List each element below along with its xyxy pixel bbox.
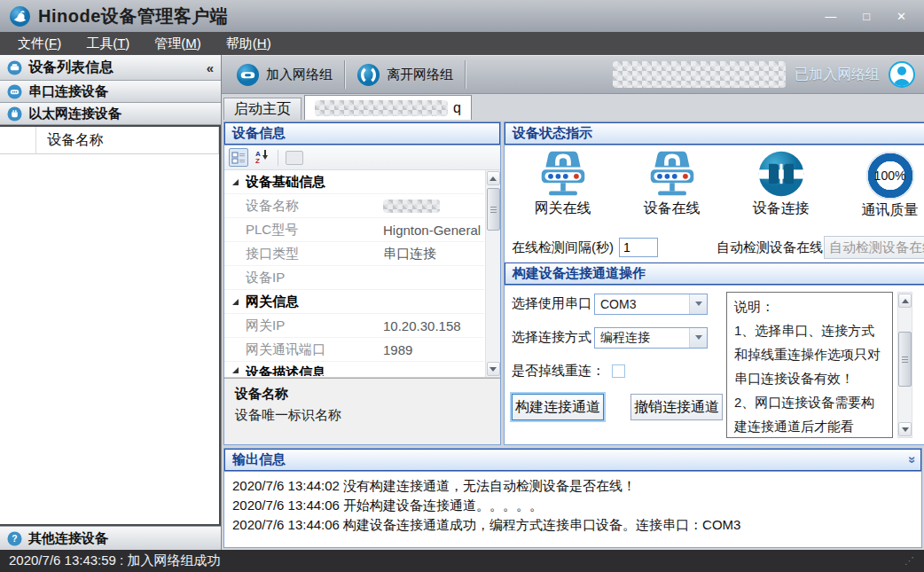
auto-detect-button[interactable]: 自动检测设备在线: [824, 236, 924, 259]
property-row[interactable]: 设备IP: [224, 266, 484, 290]
ethernet-icon: [7, 106, 22, 121]
device-table-body[interactable]: [0, 154, 219, 524]
sidebar-header[interactable]: 设备列表信息 «: [0, 55, 221, 81]
resize-grip[interactable]: ⋰: [904, 555, 915, 567]
scroll-thumb[interactable]: [898, 332, 912, 387]
property-grid: 设备基础信息 设备名称 PL: [224, 170, 500, 378]
selector-column-header[interactable]: [0, 127, 36, 153]
property-row[interactable]: 设备名称: [224, 194, 484, 218]
sort-alphabetical-button[interactable]: AZ: [252, 148, 271, 167]
property-description-title: 设备名称: [235, 386, 489, 403]
redacted-tab-title: [315, 100, 448, 116]
property-description-text: 设备唯一标识名称: [235, 407, 489, 424]
maximize-button[interactable]: □: [863, 11, 870, 22]
property-row[interactable]: 网关通讯端口 1989: [224, 338, 484, 362]
device-status-header: 设备状态指示: [505, 122, 924, 145]
category-expander: [224, 266, 246, 289]
sidebar-item-serial-devices[interactable]: 串口连接设备: [0, 81, 221, 103]
sidebar-item-other-devices[interactable]: ? 其他连接设备: [0, 526, 221, 550]
sidebar-item-label: 以太网连接设备: [28, 106, 121, 122]
property-row[interactable]: 网关信息: [224, 290, 484, 314]
output-log: 2020/7/6 13:44:02 没有构建连接通道，无法自动检测设备是否在线！…: [224, 472, 921, 547]
category-expander: [224, 194, 246, 217]
close-button[interactable]: ✕: [897, 11, 906, 22]
channel-panel-header: 构建设备连接通道操作: [505, 262, 924, 286]
online-detect-row: 在线检测间隔(秒) 自动检测设备在线 自动检测设备在线: [505, 232, 924, 262]
sidebar-item-label: 其他连接设备: [28, 530, 108, 547]
property-row[interactable]: 设备基础信息: [224, 170, 484, 194]
mode-select-label: 选择连接方式: [512, 329, 591, 346]
sidebar-item-ethernet-devices[interactable]: 以太网连接设备: [0, 103, 221, 125]
scroll-down-button[interactable]: [898, 422, 912, 436]
user-avatar[interactable]: [889, 61, 915, 88]
device-name-column-header[interactable]: 设备名称: [36, 127, 219, 153]
comm-quality-gauge: 100%: [865, 151, 915, 200]
destroy-channel-button[interactable]: 撤销连接通道: [630, 394, 723, 420]
leave-network-icon: [356, 63, 380, 87]
scroll-up-button[interactable]: [898, 294, 912, 308]
instructions-scrollbar[interactable]: [897, 292, 912, 438]
dropdown-arrow-icon[interactable]: [689, 294, 707, 314]
menu-item[interactable]: 文件(F): [5, 33, 74, 55]
scroll-up-button[interactable]: [487, 171, 500, 185]
app-title: Hinode设备管理客户端: [38, 4, 228, 28]
build-channel-button[interactable]: 构建连接通道: [512, 394, 604, 420]
connect-mode-combobox[interactable]: 编程连接: [594, 327, 708, 349]
collapse-output-icon[interactable]: «: [903, 456, 916, 463]
question-icon: ?: [7, 531, 22, 546]
status-bar-text: 2020/7/6 13:43:59 : 加入网络组成功: [9, 552, 220, 569]
reconnect-label: 是否掉线重连：: [512, 363, 605, 380]
property-grid-toolbar: AZ: [224, 145, 500, 170]
channel-panel-body: 选择使用串口 COM3 选择连接方式 编程连接: [505, 286, 924, 444]
leave-network-button[interactable]: 离开网络组: [348, 60, 462, 90]
network-status-text: 已加入网络组: [795, 66, 880, 84]
menu-item[interactable]: 工具(T): [74, 33, 142, 55]
gateway-online-icon: [537, 149, 589, 199]
comm-quality-indicator: 100% 通讯质量: [835, 149, 924, 232]
tab-bar: 启动主页 q: [222, 94, 924, 120]
category-expander: [224, 290, 246, 313]
menu-item[interactable]: 管理(M): [142, 33, 214, 55]
device-online-icon: [646, 149, 698, 199]
categorize-button[interactable]: [229, 148, 248, 167]
main-area: 加入网络组 离开网络组 已加入网络组: [222, 55, 924, 550]
interval-label: 在线检测间隔(秒): [512, 239, 619, 256]
property-row[interactable]: 网关IP 10.20.30.158: [224, 314, 484, 338]
property-row[interactable]: 接口类型 串口连接: [224, 242, 484, 266]
device-connect-icon: [756, 149, 807, 199]
tab-home[interactable]: 启动主页: [223, 98, 301, 120]
property-pages-button[interactable]: [285, 148, 304, 167]
gateway-online-indicator: 网关在线: [508, 149, 617, 232]
device-info-panel: 设备信息 AZ: [223, 121, 501, 445]
scroll-down-button[interactable]: [487, 362, 500, 376]
minimize-button[interactable]: —: [825, 11, 836, 22]
property-row[interactable]: PLC型号 Hignton-General: [224, 218, 484, 242]
device-table-header: 设备名称: [0, 127, 219, 154]
serial-select-label: 选择使用串口: [512, 295, 591, 312]
reconnect-checkbox[interactable]: [612, 364, 625, 378]
property-grid-scrollbar[interactable]: [485, 170, 500, 377]
collapse-sidebar-icon[interactable]: «: [207, 60, 214, 75]
category-expander: [224, 314, 246, 337]
output-panel: 输出信息 « 2020/7/6 13:44:02 没有构建连接通道，无法自动检测…: [223, 448, 922, 548]
scroll-thumb[interactable]: [487, 188, 500, 231]
dropdown-arrow-icon[interactable]: [689, 328, 707, 348]
redacted-value: [383, 200, 440, 213]
menu-item[interactable]: 帮助(H): [214, 33, 284, 55]
sort-arrow-icon: [262, 155, 268, 160]
toolbar-separator: [465, 60, 466, 89]
log-line: 2020/7/6 13:44:06 构建设备连接通道成功，编程方式连接串口设备。…: [232, 515, 913, 535]
serial-port-icon: [7, 84, 22, 99]
status-indicators: 网关在线 设备在线: [505, 145, 924, 232]
network-toolbar: 加入网络组 离开网络组 已加入网络组: [222, 55, 924, 94]
interval-input[interactable]: [619, 238, 658, 257]
sidebar-title: 设备列表信息: [28, 59, 114, 77]
category-expander: [224, 218, 246, 241]
app-logo-icon: [9, 5, 31, 27]
property-row[interactable]: 设备描述信息: [224, 362, 484, 376]
property-description-box: 设备名称 设备唯一标识名称: [224, 378, 500, 444]
join-network-button[interactable]: 加入网络组: [227, 60, 341, 90]
auto-detect-label: 自动检测设备在线: [716, 239, 823, 256]
serial-port-combobox[interactable]: COM3: [594, 294, 708, 315]
tab-device[interactable]: q: [304, 95, 472, 120]
